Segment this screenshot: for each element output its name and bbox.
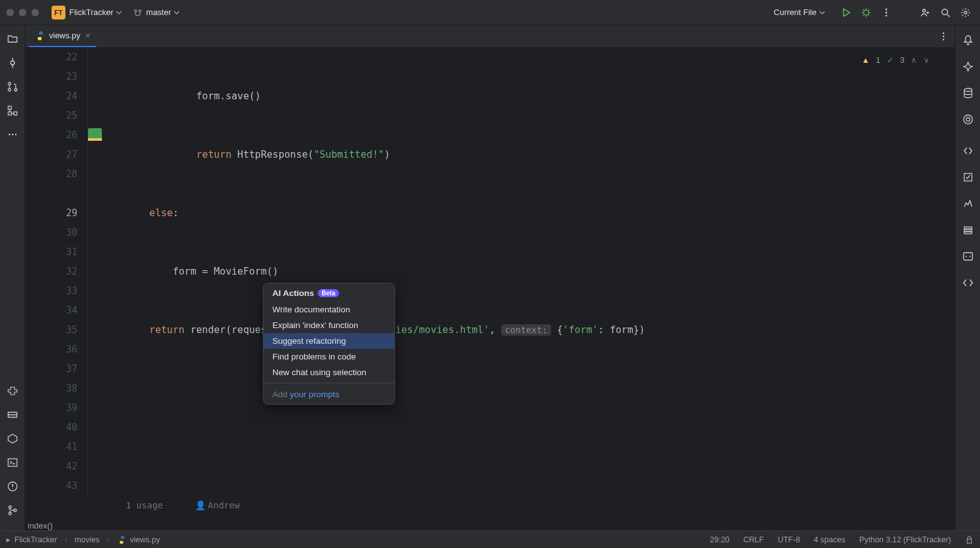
svg-point-9 — [8, 89, 11, 91]
readonly-toggle-icon[interactable] — [965, 535, 974, 544]
editor-tabbar: views.py × — [25, 25, 955, 48]
run-button[interactable] — [838, 4, 854, 21]
indent-settings[interactable]: 4 spaces — [814, 535, 845, 544]
svg-point-23 — [943, 35, 945, 37]
svg-point-6 — [964, 11, 967, 14]
project-tool-button[interactable] — [4, 30, 21, 48]
ai-actions-popup: AI Actions Beta Write documentation Expl… — [263, 283, 395, 405]
svg-point-34 — [969, 256, 971, 257]
ai-assistant-tool-button[interactable] — [959, 58, 977, 75]
chevron-down-icon — [819, 9, 825, 16]
profiler-tool-button[interactable] — [959, 195, 977, 212]
maximize-window-icon[interactable] — [31, 9, 39, 16]
breadcrumb-app[interactable]: movies — [75, 535, 100, 544]
coverage-tool-button[interactable] — [959, 168, 977, 186]
svg-point-21 — [14, 509, 16, 512]
run-config-selector[interactable]: Current File — [774, 8, 825, 17]
notifications-tool-button[interactable] — [959, 31, 977, 49]
ai-action-explain[interactable]: Explain 'index' function — [264, 317, 394, 333]
caret-position[interactable]: 29:20 — [710, 535, 730, 544]
more-actions-button[interactable] — [878, 4, 894, 21]
right-tool-rail — [955, 25, 980, 530]
breadcrumb-project[interactable]: FlickTracker — [14, 535, 57, 544]
breadcrumb-file[interactable]: views.py — [130, 535, 160, 544]
chevron-down-icon — [116, 9, 122, 16]
tab-options-button[interactable] — [938, 31, 949, 41]
svg-point-7 — [11, 61, 14, 65]
svg-point-3 — [886, 14, 888, 16]
more-tools-button[interactable] — [4, 126, 21, 143]
vcs-tool-button[interactable] — [4, 501, 21, 519]
code-content: form.save() return HttpResponse("Submitt… — [126, 48, 955, 530]
svg-rect-30 — [964, 229, 972, 231]
terminal-tool-button[interactable] — [4, 454, 21, 471]
svg-rect-11 — [8, 106, 11, 109]
run-config-label: Current File — [774, 8, 816, 17]
svg-point-2 — [886, 11, 888, 13]
ai-actions-header: AI Actions Beta — [264, 283, 394, 302]
editor-tab-views[interactable]: views.py × — [29, 25, 96, 47]
main-area: views.py × ▲1 ✓3 ∧ ∨ 22232425262728 2930… — [0, 25, 980, 530]
close-window-icon[interactable] — [6, 9, 14, 16]
svg-point-16 — [14, 134, 16, 136]
sci-view-tool-button[interactable] — [959, 111, 977, 128]
endpoints-tool-button[interactable] — [959, 248, 977, 265]
project-selector[interactable]: FT FlickTracker — [52, 6, 122, 19]
project-badge: FT — [52, 6, 65, 19]
ai-action-write-docs[interactable]: Write documentation — [264, 302, 394, 317]
code-editor[interactable]: ▲1 ✓3 ∧ ∨ 22232425262728 293031323334353… — [25, 48, 955, 530]
close-tab-button[interactable]: × — [86, 31, 91, 40]
person-icon: 👤 — [195, 500, 206, 510]
problems-tool-button[interactable] — [4, 478, 21, 495]
vcs-branch-selector[interactable]: master — [131, 8, 180, 17]
bookmarks-tool-button[interactable] — [959, 221, 977, 239]
branch-name: master — [146, 8, 171, 17]
svg-rect-31 — [964, 232, 972, 234]
svg-point-20 — [9, 512, 11, 515]
window-controls — [6, 9, 39, 16]
ai-actions-add-prompts[interactable]: Add your prompts — [264, 386, 394, 404]
commit-tool-button[interactable] — [4, 54, 21, 72]
debug-button[interactable] — [858, 4, 874, 21]
svg-point-27 — [966, 118, 970, 121]
line-number-gutter: 22232425262728 2930313233343536373839404… — [25, 48, 88, 496]
svg-rect-13 — [14, 112, 17, 115]
ai-action-new-chat[interactable]: New chat using selection — [264, 364, 394, 380]
project-name: FlickTracker — [69, 8, 113, 17]
svg-rect-32 — [964, 253, 972, 260]
svg-point-24 — [943, 38, 945, 40]
settings-button[interactable] — [957, 4, 974, 21]
code-with-me-button[interactable] — [917, 4, 933, 21]
interpreter[interactable]: Python 3.12 (FlickTracker) — [859, 535, 951, 544]
svg-rect-29 — [964, 227, 972, 229]
author-hint[interactable]: Andrew — [208, 500, 240, 510]
svg-point-10 — [14, 89, 17, 91]
search-everywhere-button[interactable] — [937, 4, 954, 21]
editor-area: views.py × ▲1 ✓3 ∧ ∨ 22232425262728 2930… — [25, 25, 955, 530]
svg-point-22 — [943, 32, 945, 34]
pull-requests-tool-button[interactable] — [4, 78, 21, 96]
services-tool-button[interactable] — [4, 406, 21, 424]
menu-separator — [264, 383, 394, 383]
ai-action-find-problems[interactable]: Find problems in code — [264, 349, 394, 364]
svg-point-4 — [923, 9, 925, 11]
left-tool-rail — [0, 25, 25, 530]
python-file-icon — [35, 31, 45, 41]
svg-point-26 — [964, 115, 972, 124]
nav-bar-toggle-icon[interactable]: ▸ — [6, 535, 11, 544]
editor-breadcrumb[interactable]: index() — [28, 521, 53, 530]
python-packages-tool-button[interactable] — [4, 382, 21, 400]
ai-action-refactor[interactable]: Suggest refactoring — [264, 333, 394, 349]
http-client-tool-button[interactable] — [959, 274, 977, 292]
vcs-change-marker[interactable] — [88, 128, 102, 138]
svg-point-1 — [886, 8, 888, 10]
file-encoding[interactable]: UTF-8 — [777, 535, 799, 544]
python-console-tool-button[interactable] — [4, 430, 21, 447]
database-tool-button[interactable] — [959, 84, 977, 102]
structure-tool-button[interactable] — [4, 102, 21, 119]
minimize-window-icon[interactable] — [19, 9, 26, 16]
svg-rect-12 — [8, 112, 11, 115]
line-separator[interactable]: CRLF — [743, 535, 764, 544]
collapse-tool-button[interactable] — [959, 142, 977, 160]
usages-hint[interactable]: 1 usage — [126, 500, 163, 510]
